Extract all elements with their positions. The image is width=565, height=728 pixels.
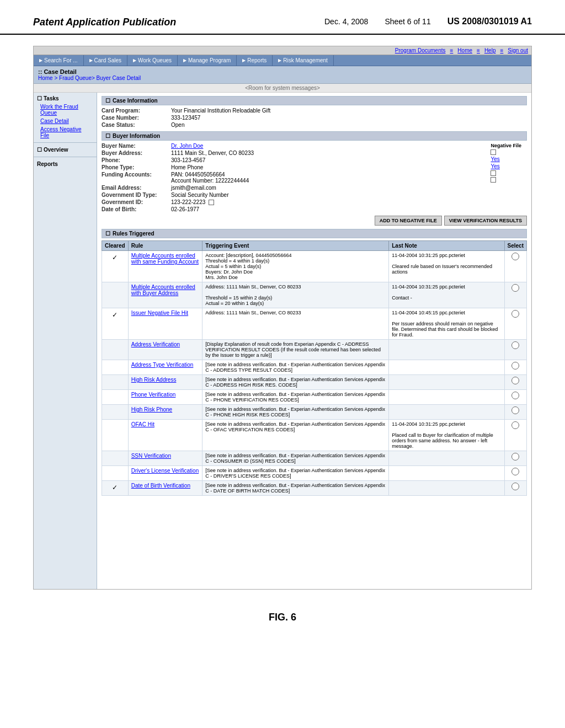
cell-select[interactable] [504, 360, 526, 375]
select-radio[interactable] [511, 483, 519, 490]
cell-select[interactable] [504, 466, 526, 481]
select-radio[interactable] [511, 421, 519, 429]
nav-sign-out[interactable]: Sign out [508, 47, 528, 53]
screenshot-container: Program Documents ≡ Home ≡ Help ≡ Sign o… [33, 46, 532, 590]
buyer-name-value[interactable]: Dr. John Doe [171, 143, 399, 149]
select-radio[interactable] [511, 362, 519, 370]
sidebar-item-case-detail[interactable]: Case Detail [37, 117, 93, 125]
table-row: High Risk Phone[See note in address veri… [102, 405, 527, 420]
cell-select[interactable] [504, 420, 526, 451]
col-cleared: Cleared [102, 241, 129, 251]
table-row: Address Type Verification[See note in ad… [102, 360, 527, 375]
cell-select[interactable] [504, 375, 526, 390]
buyer-gov-id-type-value: Social Security Number [171, 192, 399, 198]
menu-reports-label: Reports [247, 57, 266, 63]
cell-rule: Address Type Verification [128, 360, 202, 375]
buyer-phone-type-value: Home Phone [171, 164, 399, 170]
select-radio[interactable] [511, 377, 519, 384]
arrow-icon: ▶ [242, 58, 246, 63]
rule-link[interactable]: Phone Verification [131, 392, 176, 398]
menu-risk-management[interactable]: ▶ Risk Management [273, 55, 334, 66]
rule-link[interactable]: High Risk Address [131, 377, 177, 383]
main-content: ☐ Tasks Work the Fraud Queue Case Detail… [34, 93, 531, 589]
cell-select[interactable] [504, 405, 526, 420]
case-info-section-header: ☐ Case Information [102, 96, 527, 105]
buyer-gov-id-type-label: Government ID Type: [102, 192, 168, 198]
rule-link[interactable]: Address Verification [131, 341, 180, 347]
sidebar-tasks-label: Tasks [44, 95, 59, 101]
buyer-email-value: jsmith@email.com [171, 185, 399, 191]
sidebar-reports-header[interactable]: Reports [37, 160, 93, 168]
gov-id-checkbox[interactable] [209, 200, 214, 205]
neg-file-checkbox2[interactable] [491, 170, 496, 176]
buyer-info-label: Buyer Information [113, 133, 160, 139]
rule-link[interactable]: OFAC Hit [131, 421, 154, 427]
select-radio[interactable] [511, 253, 519, 260]
rule-link[interactable]: Multiple Accounts enrolled with Buyer Ad… [131, 284, 195, 296]
add-to-negative-file-button[interactable]: ADD TO NEGATIVE FILE [375, 216, 442, 226]
select-radio[interactable] [511, 468, 519, 475]
cell-last-note [389, 375, 504, 390]
cell-rule: SSN Verification [128, 451, 202, 466]
rule-link[interactable]: Issuer Negative File Hit [131, 310, 188, 316]
cell-select[interactable] [504, 251, 526, 282]
sidebar-item-work-fraud-queue[interactable]: Work the Fraud Queue [37, 103, 93, 117]
select-radio[interactable] [511, 284, 519, 292]
cell-last-note: 11-04-2004 10:45:15 ppc.pcteriet Per Iss… [389, 308, 504, 340]
rules-triggered-icon: ☐ [105, 231, 110, 237]
cell-triggering-event: [See note in address verification. But -… [202, 360, 389, 375]
nav-program-documents[interactable]: Program Documents [395, 47, 446, 53]
cell-select[interactable] [504, 390, 526, 405]
select-radio[interactable] [511, 392, 519, 399]
cell-select[interactable] [504, 481, 526, 496]
rule-link[interactable]: High Risk Phone [131, 406, 172, 413]
rule-link[interactable]: SSN Verification [131, 453, 171, 459]
sidebar-reports-label: Reports [37, 161, 58, 167]
table-row: OFAC Hit[See note in address verificatio… [102, 420, 527, 451]
neg-file-yes1[interactable]: Yes [491, 156, 499, 162]
cell-triggering-event: [See note in address verification. But -… [202, 405, 389, 420]
menu-work-queues-label: Work Queues [138, 57, 172, 63]
cell-select[interactable] [504, 308, 526, 340]
sidebar-overview-header[interactable]: ☐ Overview [37, 146, 93, 154]
neg-file-checkbox1[interactable] [491, 149, 496, 155]
arrow-icon: ▶ [278, 58, 281, 63]
view-verification-results-button[interactable]: VIEW VERIFICATION RESULTS [444, 216, 527, 226]
select-radio[interactable] [511, 310, 519, 318]
sidebar-tasks-header[interactable]: ☐ Tasks [37, 94, 93, 103]
rule-link[interactable]: Driver's License Verification [131, 468, 199, 474]
nav-help[interactable]: Help [484, 47, 496, 53]
menu-search[interactable]: ▶ Search For ... [34, 55, 84, 66]
sidebar-overview-section: ☐ Overview [34, 144, 97, 156]
menu-reports[interactable]: ▶ Reports [237, 55, 273, 66]
neg-file-yes2[interactable]: Yes [491, 163, 499, 169]
sidebar-item-access-negative-file[interactable]: Access Negative File [37, 125, 93, 140]
menu-work-queues[interactable]: ▶ Work Queues [127, 55, 178, 66]
menu-risk-management-label: Risk Management [283, 57, 328, 63]
col-last-note: Last Note [389, 241, 504, 251]
rule-link[interactable]: Address Type Verification [131, 362, 194, 368]
neg-file-checkbox3[interactable] [491, 177, 496, 183]
buyer-email-label: Email Address: [102, 185, 168, 191]
menu-manage-program[interactable]: ▶ Manage Program [178, 55, 237, 66]
select-radio[interactable] [511, 341, 519, 349]
card-program-label: Card Program: [102, 108, 168, 114]
top-nav: Program Documents ≡ Home ≡ Help ≡ Sign o… [34, 46, 531, 55]
cell-select[interactable] [504, 451, 526, 466]
nav-home[interactable]: Home [457, 47, 472, 53]
cell-rule: OFAC Hit [128, 420, 202, 451]
cell-rule: Date of Birth Verification [128, 481, 202, 496]
buyer-dob-value: 02-26-1977 [171, 206, 399, 212]
rule-link[interactable]: Multiple Accounts enrolled with same Fun… [131, 253, 199, 265]
rules-table: Cleared Rule Triggering Event Last Note … [102, 240, 527, 496]
rule-link[interactable]: Date of Birth Verification [131, 483, 190, 489]
select-radio[interactable] [511, 406, 519, 414]
cell-cleared [102, 282, 129, 308]
menu-card-sales[interactable]: ▶ Card Sales [84, 55, 127, 66]
breadcrumb[interactable]: Home > Fraud Queue> Buyer Case Detail [38, 75, 141, 81]
cell-select[interactable] [504, 282, 526, 308]
select-radio[interactable] [511, 453, 519, 461]
cell-select[interactable] [504, 340, 526, 360]
buyer-name-label: Buyer Name: [102, 143, 168, 149]
cleared-checkmark: ✓ [112, 254, 118, 261]
